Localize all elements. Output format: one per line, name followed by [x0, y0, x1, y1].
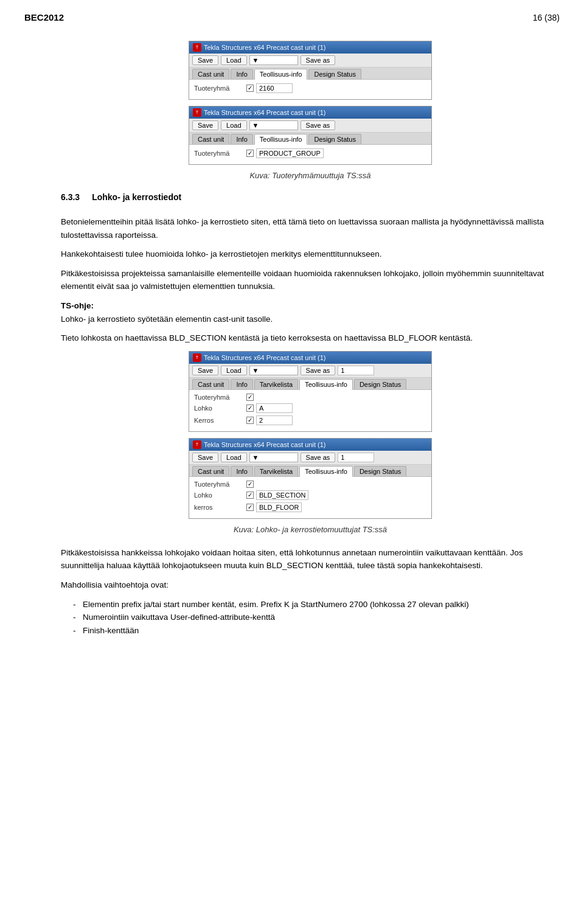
load-button-2[interactable]: Load [221, 366, 246, 375]
bullet-list: Elementin prefix ja/tai start number ken… [73, 598, 560, 637]
label-lohko-3: Lohko [194, 492, 243, 499]
save-button-1[interactable]: Save [192, 55, 218, 65]
saveas-button-1b[interactable]: Save as [301, 120, 336, 130]
tab-info-1b[interactable]: Info [231, 134, 252, 144]
saveas-button-1[interactable]: Save as [301, 55, 336, 65]
label-tuoteryhmä-3: Tuoteryhmä [194, 481, 243, 488]
paragraph-2: Hankekohtaisesti tulee huomioida lohko- … [61, 248, 560, 261]
toolbar-1b: Save Load ▼ Save as [189, 119, 431, 133]
paragraph-3: Pitkäkestoisissa projekteissa samanlaisi… [61, 267, 560, 293]
tab-tarvikelista-2[interactable]: Tarvikelista [254, 379, 298, 389]
checkbox-tuoteryhmä-3[interactable] [246, 481, 254, 488]
main-content: T Tekla Structures x64 Precast cast unit… [24, 41, 560, 637]
titlebar-1b-text: Tekla Structures x64 Precast cast unit (… [204, 109, 326, 116]
checkbox-kerros-2[interactable] [246, 417, 254, 424]
titlebar-3: T Tekla Structures x64 Precast cast unit… [189, 439, 431, 451]
load-button-1b[interactable]: Load [221, 120, 246, 130]
load-button-3[interactable]: Load [221, 453, 246, 462]
checkbox-tuoteryhmä-1[interactable] [246, 85, 254, 92]
checkbox-lohko-3[interactable] [246, 492, 254, 499]
paragraph-4: Pitkäkestoisissa hankkeissa lohkojako vo… [61, 546, 560, 572]
label-kerros-2: Kerros [194, 417, 243, 424]
tab-design-status-1[interactable]: Design Status [308, 69, 361, 79]
tab-design-status-1b[interactable]: Design Status [308, 134, 361, 144]
checkbox-tuoteryhmä-2[interactable] [246, 394, 254, 401]
app-title: BEC2012 [24, 12, 64, 23]
label-tuoteryhmä-1b: Tuoteryhmä [194, 150, 243, 157]
tabs-2: Cast unit Info Tarvikelista Teollisuus-i… [189, 378, 431, 390]
save-button-3[interactable]: Save [192, 453, 218, 462]
tab-cast-unit-1b[interactable]: Cast unit [192, 134, 229, 144]
dropdown-2[interactable]: ▼ [249, 366, 298, 375]
tabs-1b: Cast unit Info Teollisuus-info Design St… [189, 133, 431, 145]
tab-cast-unit-1[interactable]: Cast unit [192, 69, 229, 79]
value-tuoteryhmä-2 [246, 394, 254, 401]
textval-lohko-2: A [256, 403, 293, 413]
tabs-3: Cast unit Info Tarvikelista Teollisuus-i… [189, 465, 431, 477]
titlebar-2: T Tekla Structures x64 Precast cast unit… [189, 352, 431, 364]
field-row-tuoteryhmä-2: Tuoteryhmä [194, 394, 426, 401]
tab-teollisuus-info-1[interactable]: Teollisuus-info [254, 69, 308, 80]
ui-screenshot-3: T Tekla Structures x64 Precast cast unit… [189, 438, 432, 519]
value-tuoteryhmä-1: 2160 [246, 83, 293, 93]
textval-kerros-2: 2 [256, 415, 293, 425]
titlebar-1: T Tekla Structures x64 Precast cast unit… [189, 41, 431, 54]
app-icon-1b: T [193, 108, 201, 117]
checkbox-lohko-2[interactable] [246, 405, 254, 412]
tab-teollisuus-info-1b[interactable]: Teollisuus-info [254, 134, 308, 145]
page-number: 16 (38) [533, 13, 560, 23]
checkbox-tuoteryhmä-1b[interactable] [246, 150, 254, 157]
titlebar-2-text: Tekla Structures x64 Precast cast unit (… [204, 354, 326, 361]
ts-ohje-label: TS-ohje: Lohko- ja kerrostieto syötetään… [61, 299, 560, 325]
saveas-button-3[interactable]: Save as [301, 453, 336, 462]
tab-info-3[interactable]: Info [231, 466, 252, 476]
label-kerros-3: kerros [194, 504, 243, 511]
titlebar-3-text: Tekla Structures x64 Precast cast unit (… [204, 441, 326, 448]
saveas-button-2[interactable]: Save as [301, 366, 336, 375]
ui-body-1: Tuoteryhmä 2160 [189, 80, 431, 99]
ui-screenshot-1: T Tekla Structures x64 Precast cast unit… [189, 41, 432, 100]
paragraph-5: Mahdollisia vaihtoehtoja ovat: [61, 578, 560, 592]
ui-body-1b: Tuoteryhmä PRODUCT_GROUP [189, 145, 431, 164]
app-icon-2: T [193, 353, 201, 362]
section-header: 6.3.3 Lohko- ja kerrostiedot [61, 192, 560, 208]
value-lohko-3: BLD_SECTION [246, 490, 308, 500]
tab-design-status-3[interactable]: Design Status [354, 466, 406, 476]
tab-teollisuus-info-2[interactable]: Teollisuus-info [299, 379, 353, 390]
value-kerros-2: 2 [246, 415, 293, 425]
textval-tuoteryhmä-1b: PRODUCT_GROUP [256, 148, 324, 158]
page-header: BEC2012 16 (38) [24, 12, 560, 23]
label-tuoteryhmä-1: Tuoteryhmä [194, 85, 243, 92]
caption-2: Kuva: Lohko- ja kerrostietomuuttujat TS:… [61, 525, 560, 534]
dropdown-3[interactable]: ▼ [249, 453, 298, 462]
save-button-2[interactable]: Save [192, 366, 218, 375]
tab-info-2[interactable]: Info [231, 379, 252, 389]
field-row-kerros-2: Kerros 2 [194, 415, 426, 425]
save-button-1b[interactable]: Save [192, 120, 218, 130]
checkbox-kerros-3[interactable] [246, 504, 254, 511]
tab-tarvikelista-3[interactable]: Tarvikelista [254, 466, 298, 476]
toolbar-2: Save Load ▼ Save as 1 [189, 364, 431, 378]
ui-screenshot-2: T Tekla Structures x64 Precast cast unit… [189, 351, 432, 432]
tab-design-status-2[interactable]: Design Status [354, 379, 406, 389]
ts-ohje-bold: TS-ohje: [61, 301, 94, 310]
ui-body-3: Tuoteryhmä Lohko BLD_SECTION kerros BLD_… [189, 477, 431, 518]
value-tuoteryhmä-3 [246, 481, 254, 488]
tab-cast-unit-2[interactable]: Cast unit [192, 379, 229, 389]
dropdown-1[interactable]: ▼ [249, 55, 298, 65]
paragraph-1: Betonielementteihin pitää lisätä lohko- … [61, 215, 560, 241]
caption-1: Kuva: Tuoteryhmämuuttuja TS:ssä [61, 171, 560, 180]
tab-teollisuus-info-3[interactable]: Teollisuus-info [299, 466, 353, 477]
section-title: Lohko- ja kerrostiedot [92, 192, 181, 202]
load-button-1[interactable]: Load [221, 55, 246, 65]
titlebar-1-text: Tekla Structures x64 Precast cast unit (… [204, 44, 326, 51]
ui-body-2: Tuoteryhmä Lohko A Kerros 2 [189, 390, 431, 431]
ts-ohje-text: Lohko- ja kerrostieto syötetään elementi… [61, 314, 273, 324]
tab-cast-unit-3[interactable]: Cast unit [192, 466, 229, 476]
field-row-tuoteryhmä-1: Tuoteryhmä 2160 [194, 83, 426, 93]
toolbar-val-2: 1 [338, 366, 374, 375]
tab-info-1[interactable]: Info [231, 69, 252, 79]
bullet-item-0: Elementin prefix ja/tai start number ken… [73, 598, 560, 611]
tabs-1: Cast unit Info Teollisuus-info Design St… [189, 68, 431, 80]
dropdown-1b[interactable]: ▼ [249, 120, 298, 130]
